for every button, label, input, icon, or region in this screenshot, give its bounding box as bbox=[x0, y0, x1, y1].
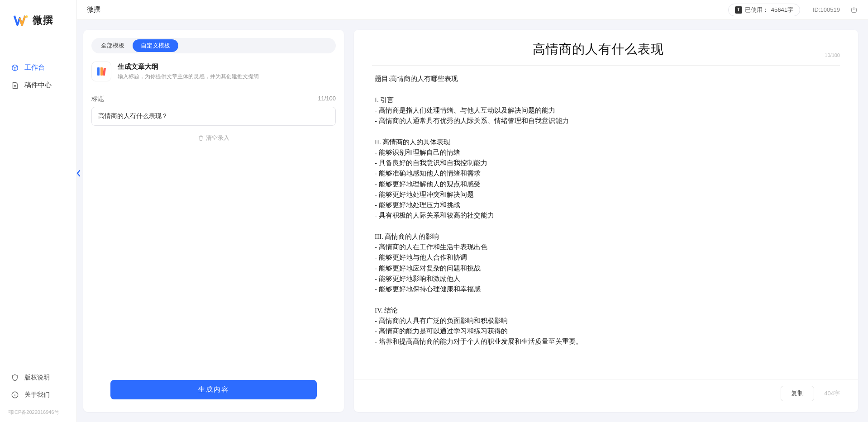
template-title: 生成文章大纲 bbox=[118, 62, 259, 71]
nav-label: 版权说明 bbox=[24, 374, 50, 382]
output-panel: 高情商的人有什么表现 10/100 题目:高情商的人有哪些表现 I. 引言 - … bbox=[354, 30, 858, 412]
template-card: 生成文章大纲 输入标题，为你提供文章主体的灵感，并为其创建推文提纲 bbox=[83, 53, 344, 84]
usage-pill[interactable]: T 已使用： 45641字 bbox=[728, 4, 800, 16]
nav-label: 关于我们 bbox=[24, 391, 50, 399]
nav-label: 稿件中心 bbox=[24, 81, 52, 90]
t-badge-icon: T bbox=[735, 6, 742, 14]
usage-value: 45641字 bbox=[771, 6, 793, 14]
doc-icon bbox=[11, 81, 19, 90]
chevron-left-icon bbox=[76, 170, 81, 177]
form: 标题 11/100 清空录入 bbox=[83, 84, 344, 150]
generate-button[interactable]: 生成内容 bbox=[110, 380, 317, 399]
info-icon bbox=[11, 391, 19, 399]
copy-button[interactable]: 复制 bbox=[781, 386, 814, 401]
usage-prefix: 已使用： bbox=[745, 6, 768, 14]
title-label: 标题 bbox=[91, 95, 104, 103]
svg-point-0 bbox=[25, 15, 28, 18]
template-desc: 输入标题，为你提供文章主体的灵感，并为其创建推文提纲 bbox=[118, 73, 259, 81]
trash-icon bbox=[198, 135, 204, 141]
template-icon bbox=[91, 62, 111, 81]
input-panel: 全部模板 自定义模板 生成文章大纲 输入标题，为你提供文章主体的灵感，并为其创建… bbox=[83, 30, 344, 412]
sidebar: 微撰 工作台 稿件中心 版权说明 bbox=[0, 0, 77, 422]
logo-icon bbox=[14, 14, 29, 27]
icp-text: 鄂ICP备2022016946号 bbox=[0, 409, 76, 422]
output-top-counter: 10/100 bbox=[825, 52, 840, 58]
sidebar-bottom: 版权说明 关于我们 bbox=[0, 369, 76, 409]
nav-label: 工作台 bbox=[24, 63, 45, 72]
nav-drafts[interactable]: 稿件中心 bbox=[7, 76, 69, 94]
user-id: ID:100519 bbox=[813, 6, 840, 13]
template-tabs: 全部模板 自定义模板 bbox=[91, 38, 336, 53]
cube-icon bbox=[11, 64, 19, 72]
nav-about[interactable]: 关于我们 bbox=[7, 386, 69, 403]
topbar-title: 微撰 bbox=[87, 5, 100, 14]
sidebar-nav: 工作台 稿件中心 bbox=[0, 41, 76, 369]
topbar: 微撰 T 已使用： 45641字 ID:100519 bbox=[77, 0, 868, 20]
title-counter: 11/100 bbox=[318, 95, 336, 103]
output-title: 高情商的人有什么表现 bbox=[372, 41, 825, 58]
char-count: 404字 bbox=[824, 389, 840, 398]
power-icon[interactable] bbox=[850, 6, 858, 14]
tab-all-templates[interactable]: 全部模板 bbox=[93, 39, 133, 52]
svg-rect-5 bbox=[100, 67, 103, 76]
svg-rect-6 bbox=[103, 68, 106, 76]
collapse-handle[interactable] bbox=[76, 169, 81, 177]
nav-workbench[interactable]: 工作台 bbox=[7, 59, 69, 76]
title-input[interactable] bbox=[91, 107, 336, 126]
logo-text: 微撰 bbox=[33, 14, 53, 27]
nav-copyright[interactable]: 版权说明 bbox=[7, 369, 69, 386]
output-body[interactable]: 题目:高情商的人有哪些表现 I. 引言 - 高情商是指人们处理情绪、与他人互动以… bbox=[354, 66, 858, 379]
svg-rect-4 bbox=[97, 67, 100, 76]
logo: 微撰 bbox=[0, 0, 76, 41]
shield-icon bbox=[11, 374, 19, 382]
clear-button[interactable]: 清空录入 bbox=[91, 134, 336, 142]
tab-custom-template[interactable]: 自定义模板 bbox=[133, 39, 178, 52]
clear-label: 清空录入 bbox=[206, 134, 229, 142]
books-icon bbox=[95, 66, 107, 77]
